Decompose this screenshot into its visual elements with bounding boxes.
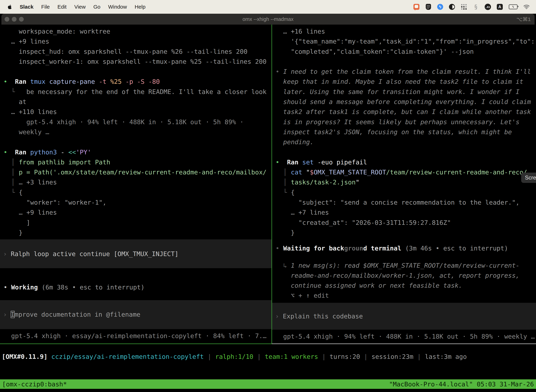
terminal-line: ] [4, 218, 272, 228]
bolt-circle-icon[interactable]: ϟ [437, 4, 443, 10]
terminal-line-group: gpt-5.4 xhigh · 94% left · 488K in · 5.1… [276, 331, 536, 341]
terminal-line: │ … +3 lines [4, 177, 272, 187]
terminal-line [276, 56, 536, 67]
menu-item-window[interactable]: Window [108, 4, 127, 10]
terminal-text-segment: - [61, 149, 68, 156]
terminal-text-segment: tmux [30, 78, 49, 85]
macos-menu-bar: Slack File Edit View Go Window Help ϟ § … [0, 0, 536, 14]
window-title-bar: omx --xhigh --madmax ⌥⌘1 [1, 14, 535, 25]
prompt-input[interactable]: › Explain this codebase [272, 303, 536, 330]
terminal-text-segment: [OMX#0.11.9] [2, 353, 48, 360]
terminal-line: inspect task2's JSON, focusing on the st… [276, 127, 536, 137]
menu-item-file[interactable]: File [41, 4, 50, 10]
terminal-text-segment: I [11, 311, 14, 318]
terminal-line: … +9 lines [4, 36, 272, 46]
terminal-text-segment: gpt-5.4 xhigh · essay/ai-reimplementatio… [4, 332, 267, 340]
menu-app-name[interactable]: Slack [20, 4, 34, 10]
terminal-line-group: gpt-5.4 xhigh · essay/ai-reimplementatio… [4, 331, 272, 341]
inject-banner: › Ralph loop active continue [OMX_TMUX_I… [0, 239, 272, 268]
terminal-text-segment: /team/review-current-readme-and-reco/ [386, 169, 527, 176]
terminal-line: │ from pathlib import Path [4, 157, 272, 167]
terminal-line: ⌥ + ↑ edit [276, 290, 536, 300]
omx-status-line: [OMX#0.11.9] cczip/essay/ai-reimplementa… [0, 345, 536, 379]
terminal-text-segment: Ran [15, 78, 30, 85]
terminal-text-segment: cczip/essay/ai-reimplementation-copyleft [51, 353, 204, 360]
terminal-line-group: workspace_mode: worktree … +9 lines insp… [4, 26, 272, 238]
left-terminal-pane: workspace_mode: worktree … +9 lines insp… [0, 25, 272, 344]
menu-item-help[interactable]: Help [135, 4, 146, 10]
terminal-text-segment: • [276, 159, 287, 166]
terminal-line: • Ran set -euo pipefail [276, 157, 536, 167]
shield-grid-icon[interactable] [425, 4, 431, 10]
terminal-line: │ p = Path('.omx/state/team/review-curre… [4, 167, 272, 177]
menu-item-edit[interactable]: Edit [57, 4, 67, 10]
window-shortcut-badge: ⌥⌘1 [517, 16, 531, 22]
terminal-line: ↳ 1 new msg(s): read $OMX_TEAM_STATE_ROO… [276, 261, 536, 271]
terminal-text-segment: ↳ [276, 262, 291, 269]
terminal-text-segment: -t [99, 78, 110, 85]
terminal-text-segment: groun [344, 245, 363, 252]
terminal-text-segment: ralph:1/10 [215, 353, 254, 360]
terminal-text-segment: keep that in mind. Maybe I also need the… [276, 78, 523, 85]
terminal-text-segment: … +110 lines [4, 108, 57, 115]
terminal-text-segment: turns:20 [330, 353, 360, 360]
terminal-line: should send a message before completing … [276, 97, 536, 107]
terminal-line: │ tasks/task-2.json" [276, 177, 536, 187]
terminal-text-segment: capture-pane [49, 78, 99, 85]
terminal-text-segment: 1 new msg(s): read $OMX_TEAM_STATE_ROOT/… [291, 262, 519, 269]
crescent-circle-icon[interactable] [449, 4, 455, 10]
terminal-line: • Ran tmux capture-pane -t %25 -p -S -80 [4, 77, 272, 87]
terminal-line: └ { [276, 187, 536, 197]
terminal-line: [OMX#0.11.9] cczip/essay/ai-reimplementa… [2, 352, 536, 362]
wifi-icon[interactable] [523, 4, 530, 10]
terminal-line: "subject": "send a concise recommendatio… [276, 197, 536, 207]
menu-item-view[interactable]: View [74, 4, 86, 10]
badge-61-icon[interactable]: ..61 [485, 4, 491, 10]
terminal-text-segment: task2 after task1 is complete, but can I… [276, 108, 531, 115]
window-title: omx --xhigh --madmax [1, 16, 535, 22]
terminal-line: } [276, 228, 536, 238]
squiggle-icon[interactable]: § [473, 4, 479, 10]
terminal-line: } [4, 228, 272, 238]
screen-button[interactable]: Scre [521, 173, 536, 183]
terminal-text-segment: • [4, 78, 15, 85]
terminal-line: later. Using the same for transition mig… [276, 87, 536, 97]
battery-icon[interactable]: ϟ [509, 4, 518, 10]
tmux-host-clock: "MacBook-Pro-44.local" 05:03 31-Mar-26 [389, 381, 534, 388]
prompt-input[interactable]: › Improve documentation in @filename [0, 300, 272, 329]
terminal-line: › Ralph loop active continue [OMX_TMUX_I… [3, 249, 178, 259]
menu-bar-status-icons: ϟ § ..61 A ϟ [413, 4, 536, 10]
terminal-text-segment: └ [4, 189, 19, 196]
terminal-text-segment: › [3, 250, 11, 257]
terminal-text-segment: "worker": "worker-1", [4, 199, 106, 206]
terminal-line: inspect_worker-1: omx sparkshell --tmux-… [4, 56, 272, 67]
terminal-text-segment: session:23m [371, 353, 413, 360]
terminal-text-segment: } [4, 229, 23, 236]
terminal-line: is in progress? It seems likely but perh… [276, 117, 536, 127]
terminal-text-segment: (3m 46s • esc to interrupt) [405, 245, 508, 252]
terminal-text-segment: mprove documentation in @filename [14, 311, 140, 318]
terminal-line: gpt-5.4 xhigh · 94% left · 488K in · 5.1… [276, 331, 536, 341]
terminal-text-segment: be necessary for the end of the README. … [15, 88, 266, 95]
tmux-session-label: [omx-cczip0:bash* [2, 381, 67, 388]
terminal-line-group: ↳ 1 new msg(s): read $OMX_TEAM_STATE_ROO… [276, 261, 536, 301]
terminal-line: '{"team_name":"my-team","task_id":"1","f… [276, 36, 536, 46]
chat-app-icon[interactable] [413, 4, 420, 10]
terminal-text-segment: "completed","claim_token":"claim-token"}… [276, 48, 474, 55]
terminal-text-segment: at [4, 98, 26, 105]
terminal-line: inspect_hud: omx sparkshell --tmux-pane … [4, 47, 272, 56]
terminal-text-segment: │ [276, 179, 291, 186]
terminal-text-segment: gpt-5.4 xhigh · 94% left · 488K in · 5.1… [276, 333, 535, 340]
terminal-text-segment: │ [276, 169, 291, 176]
terminal-line-group: • Waiting for background terminal (3m 46… [276, 243, 536, 253]
terminal-text-segment: ] [4, 219, 30, 226]
menu-item-go[interactable]: Go [93, 4, 100, 10]
letter-a-icon[interactable]: A [497, 4, 503, 10]
dots-grid-icon[interactable] [461, 4, 467, 10]
right-terminal-pane: … +16 lines '{"team_name":"my-team","tas… [272, 25, 536, 344]
terminal-text-segment: p = Path('.omx/state/team/review-current… [19, 169, 267, 176]
screen: Slack File Edit View Go Window Help ϟ § … [0, 0, 536, 392]
terminal-text-segment: | [204, 353, 215, 360]
apple-menu-icon[interactable] [7, 4, 12, 10]
terminal-line: └ { [4, 187, 272, 197]
